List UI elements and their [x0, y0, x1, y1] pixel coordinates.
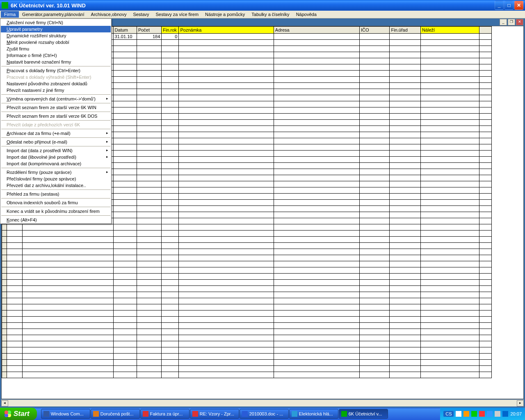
grid-cell[interactable]: [390, 89, 420, 95]
grid-cell[interactable]: [23, 317, 113, 323]
grid-cell[interactable]: [479, 347, 491, 354]
grid-cell[interactable]: [23, 329, 113, 335]
grid-cell[interactable]: [137, 71, 161, 77]
grid-cell[interactable]: [479, 317, 491, 323]
grid-cell[interactable]: [179, 157, 274, 163]
column-header[interactable]: Adresa: [274, 27, 359, 34]
grid-cell[interactable]: [274, 317, 359, 323]
grid-cell[interactable]: [274, 224, 359, 231]
grid-cell[interactable]: [179, 335, 274, 341]
grid-cell[interactable]: [2, 231, 7, 237]
grid-cell[interactable]: [360, 360, 390, 366]
grid-cell[interactable]: [390, 175, 420, 181]
grid-cell[interactable]: [179, 46, 274, 52]
grid-cell[interactable]: [420, 317, 479, 323]
grid-cell[interactable]: [420, 77, 479, 83]
grid-cell[interactable]: [179, 120, 274, 126]
scroll-right-button[interactable]: ▸: [517, 400, 524, 406]
menu-item[interactable]: Založení nové firmy (Ctrl+N): [1, 19, 111, 26]
grid-cell[interactable]: [162, 157, 179, 163]
grid-cell[interactable]: [179, 329, 274, 335]
grid-cell[interactable]: [113, 163, 137, 169]
grid-cell[interactable]: [390, 347, 420, 354]
column-header[interactable]: IČO: [360, 27, 390, 34]
grid-cell[interactable]: [360, 58, 390, 64]
menu-n-pov-da[interactable]: Nápověda: [293, 11, 320, 18]
grid-cell[interactable]: [274, 280, 359, 286]
grid-cell[interactable]: [420, 138, 479, 144]
grid-cell[interactable]: [390, 157, 420, 163]
grid-cell[interactable]: [179, 231, 274, 237]
grid-cell[interactable]: [7, 261, 23, 267]
grid-cell[interactable]: [137, 194, 161, 200]
grid-cell[interactable]: [390, 372, 420, 378]
grid-cell[interactable]: [420, 243, 479, 249]
grid-cell[interactable]: [360, 194, 390, 200]
menu-n-stroje-a-pom-cky[interactable]: Nástroje a pomůcky: [202, 11, 248, 18]
grid-cell[interactable]: [162, 292, 179, 298]
grid-cell[interactable]: [113, 169, 137, 175]
grid-cell[interactable]: [274, 341, 359, 347]
grid-cell[interactable]: [420, 298, 479, 304]
grid-cell[interactable]: [113, 231, 137, 237]
grid-cell[interactable]: [23, 347, 113, 354]
grid-cell[interactable]: [113, 77, 137, 83]
column-header[interactable]: Fin.rok: [162, 27, 179, 34]
grid-cell[interactable]: [113, 71, 137, 77]
grid-cell[interactable]: [137, 231, 161, 237]
grid-cell[interactable]: [274, 243, 359, 249]
grid-cell[interactable]: [360, 52, 390, 58]
grid-cell[interactable]: [390, 132, 420, 138]
grid-cell[interactable]: [7, 267, 23, 274]
grid-cell[interactable]: [390, 181, 420, 187]
grid-cell[interactable]: [113, 120, 137, 126]
grid-cell[interactable]: [179, 34, 274, 40]
grid-cell[interactable]: [137, 132, 161, 138]
grid-cell[interactable]: [390, 249, 420, 255]
grid-cell[interactable]: [479, 95, 491, 101]
horizontal-scrollbar[interactable]: ◂ ▸: [1, 399, 524, 406]
grid-cell[interactable]: [137, 292, 161, 298]
grid-cell[interactable]: [162, 255, 179, 261]
grid-cell[interactable]: [360, 77, 390, 83]
grid-cell[interactable]: [7, 237, 23, 243]
grid-cell[interactable]: [360, 157, 390, 163]
grid-cell[interactable]: [360, 224, 390, 231]
grid-cell[interactable]: [479, 224, 491, 231]
grid-cell[interactable]: [137, 181, 161, 187]
grid-cell[interactable]: [420, 157, 479, 163]
grid-cell[interactable]: [137, 52, 161, 58]
grid-cell[interactable]: [113, 83, 137, 89]
grid-cell[interactable]: [479, 218, 491, 224]
grid-cell[interactable]: [162, 360, 179, 366]
grid-cell[interactable]: [23, 310, 113, 317]
grid-cell[interactable]: [137, 46, 161, 52]
grid-cell[interactable]: [179, 107, 274, 114]
grid-cell[interactable]: [274, 255, 359, 261]
grid-cell[interactable]: [420, 64, 479, 71]
grid-cell[interactable]: [179, 310, 274, 317]
grid-cell[interactable]: [179, 151, 274, 157]
grid-cell[interactable]: [162, 267, 179, 274]
menu-item[interactable]: Výměna opravených dat (centrum<->'domů'): [1, 96, 111, 102]
grid-cell[interactable]: [390, 114, 420, 120]
grid-cell[interactable]: [360, 249, 390, 255]
grid-cell[interactable]: [360, 243, 390, 249]
grid-cell[interactable]: [420, 224, 479, 231]
grid-cell[interactable]: [390, 107, 420, 114]
grid-cell[interactable]: [162, 101, 179, 107]
menu-item[interactable]: Import dat (data z prostředí WIN): [1, 147, 111, 154]
grid-cell[interactable]: [360, 310, 390, 317]
grid-cell[interactable]: [162, 304, 179, 310]
grid-cell[interactable]: [179, 323, 274, 329]
grid-cell[interactable]: [360, 144, 390, 151]
grid-cell[interactable]: [113, 267, 137, 274]
grid-cell[interactable]: [113, 206, 137, 212]
grid-cell[interactable]: [274, 40, 359, 46]
taskbar-item[interactable]: 6K Účetnictví v...: [339, 409, 388, 419]
grid-cell[interactable]: [360, 71, 390, 77]
grid-cell[interactable]: [113, 46, 137, 52]
grid-cell[interactable]: [137, 126, 161, 132]
grid-cell[interactable]: [23, 335, 113, 341]
grid-cell[interactable]: [360, 341, 390, 347]
